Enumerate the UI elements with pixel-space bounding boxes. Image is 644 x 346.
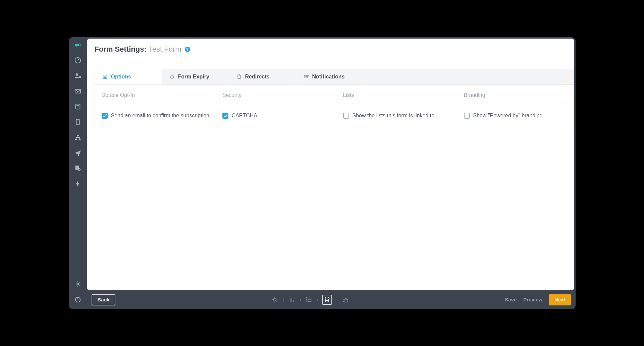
- forms-icon[interactable]: [74, 103, 82, 110]
- label-captcha: CAPTCHA: [232, 113, 257, 119]
- options-panel: Double Opt-In Security Lists Branding Se…: [95, 84, 574, 129]
- help-icon[interactable]: ?: [185, 47, 190, 52]
- svg-point-10: [78, 168, 80, 170]
- column-headers: Double Opt-In Security Lists Branding: [102, 85, 567, 104]
- tab-options[interactable]: Options: [95, 69, 162, 84]
- svg-point-17: [105, 77, 106, 78]
- label-show-lists: Show the lists this form is linked to: [353, 113, 435, 119]
- footer-bar: Back › › › › Save Preview Next: [87, 290, 576, 309]
- tab-form-expiry[interactable]: Form Expiry: [162, 69, 229, 84]
- dashboard-icon[interactable]: [74, 57, 82, 64]
- tab-label: Options: [111, 74, 131, 80]
- svg-rect-8: [78, 138, 80, 140]
- send-icon[interactable]: [74, 149, 82, 157]
- wizard-steps: › › › ›: [271, 295, 349, 305]
- tabs: Options Form Expiry Redirects Notificati…: [95, 69, 574, 84]
- svg-point-11: [77, 283, 79, 285]
- gear-icon[interactable]: [74, 280, 82, 288]
- main-panel: Form Settings: Test Form ? Options Form …: [87, 39, 574, 290]
- svg-point-15: [105, 76, 106, 76]
- tab-label: Form Expiry: [178, 74, 209, 80]
- checkbox-branding[interactable]: [464, 113, 470, 119]
- user-settings-icon[interactable]: [74, 72, 82, 79]
- col-lists: Lists: [343, 92, 464, 98]
- certificate-icon[interactable]: [74, 165, 82, 172]
- svg-point-27: [325, 298, 326, 299]
- tab-label: Redirects: [245, 74, 270, 80]
- svg-point-26: [306, 301, 307, 302]
- page-title: Form Settings: Test Form: [95, 45, 181, 54]
- svg-point-24: [306, 297, 307, 298]
- tab-notifications[interactable]: Notifications: [296, 69, 363, 84]
- svg-point-2: [79, 76, 81, 78]
- checkbox-show-lists[interactable]: [343, 113, 349, 119]
- save-link[interactable]: Save: [505, 297, 517, 302]
- chevron-right-icon: ›: [300, 297, 301, 302]
- megaphone-icon[interactable]: [74, 41, 82, 49]
- sidebar: [69, 37, 87, 309]
- checkbox-captcha[interactable]: [222, 113, 228, 119]
- svg-point-25: [306, 299, 307, 300]
- mobile-icon[interactable]: [74, 118, 82, 126]
- step-settings-icon[interactable]: [322, 295, 332, 305]
- step-done-icon[interactable]: [342, 296, 349, 303]
- svg-rect-7: [75, 138, 77, 140]
- step-design-icon[interactable]: [288, 296, 296, 303]
- options-icon: [102, 74, 108, 79]
- step-setup-icon[interactable]: [271, 296, 278, 303]
- mail-icon[interactable]: [74, 88, 82, 95]
- col-double-optin: Double Opt-In: [102, 92, 222, 98]
- chevron-right-icon: ›: [282, 297, 284, 302]
- svg-rect-20: [238, 74, 240, 75]
- app-window: Form Settings: Test Form ? Options Form …: [69, 37, 576, 309]
- svg-point-14: [104, 76, 105, 76]
- form-name: Test Form: [149, 45, 181, 53]
- preview-link[interactable]: Preview: [523, 297, 542, 302]
- power-icon[interactable]: [74, 296, 82, 303]
- tab-redirects[interactable]: Redirects: [229, 69, 296, 84]
- checkbox-double-optin[interactable]: [102, 113, 108, 119]
- stopwatch-icon: [169, 74, 175, 79]
- chevron-right-icon: ›: [317, 297, 318, 302]
- bell-mail-icon: [304, 74, 309, 79]
- clipboard-icon: [236, 74, 242, 79]
- next-button[interactable]: Next: [549, 294, 571, 305]
- svg-point-1: [75, 73, 78, 75]
- label-branding: Show "Powered by" branding: [473, 113, 543, 119]
- svg-point-22: [307, 75, 308, 76]
- tab-label: Notifications: [312, 74, 345, 80]
- col-branding: Branding: [464, 92, 567, 98]
- col-security: Security: [222, 92, 343, 98]
- svg-point-29: [328, 298, 329, 299]
- svg-rect-6: [77, 134, 79, 136]
- step-fields-icon[interactable]: [305, 296, 313, 303]
- svg-point-28: [327, 300, 328, 301]
- svg-rect-13: [103, 75, 107, 78]
- network-icon[interactable]: [74, 134, 82, 141]
- svg-point-16: [104, 77, 105, 78]
- label-double-optin: Send an email to confirm the subscriptio…: [111, 113, 209, 119]
- chevron-right-icon: ›: [336, 297, 338, 302]
- bolt-icon[interactable]: [74, 180, 82, 187]
- svg-point-5: [77, 123, 78, 124]
- back-button[interactable]: Back: [92, 294, 116, 305]
- page-header: Form Settings: Test Form ?: [87, 39, 574, 59]
- options-row: Send an email to confirm the subscriptio…: [102, 104, 567, 119]
- svg-point-23: [274, 298, 276, 301]
